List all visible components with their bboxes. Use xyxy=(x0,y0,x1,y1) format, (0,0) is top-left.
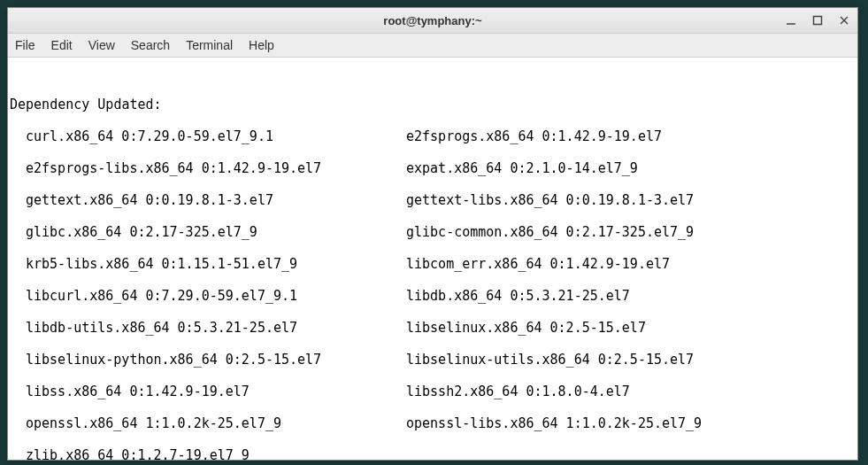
dep-right: libselinux-utils.x86_64 0:2.5-15.el7 xyxy=(406,352,694,368)
dep-right: libselinux.x86_64 0:2.5-15.el7 xyxy=(406,320,646,336)
menu-file[interactable]: File xyxy=(15,38,35,52)
dep-row: curl.x86_64 0:7.29.0-59.el7_9.1e2fsprogs… xyxy=(10,128,856,144)
dep-row: krb5-libs.x86_64 0:1.15.1-51.el7_9libcom… xyxy=(10,256,856,272)
dep-right: openssl-libs.x86_64 1:1.0.2k-25.el7_9 xyxy=(406,415,702,431)
dep-row: glibc.x86_64 0:2.17-325.el7_9glibc-commo… xyxy=(10,224,856,240)
terminal-output[interactable]: Dependency Updated: curl.x86_64 0:7.29.0… xyxy=(8,58,857,460)
menu-help[interactable]: Help xyxy=(249,38,274,52)
dep-right: glibc-common.x86_64 0:2.17-325.el7_9 xyxy=(406,224,694,240)
dep-left: krb5-libs.x86_64 0:1.15.1-51.el7_9 xyxy=(26,256,406,272)
dep-right: e2fsprogs.x86_64 0:1.42.9-19.el7 xyxy=(406,128,662,144)
dep-left: zlib.x86_64 0:1.2.7-19.el7_9 xyxy=(26,447,406,460)
dep-left: e2fsprogs-libs.x86_64 0:1.42.9-19.el7 xyxy=(26,160,406,176)
menu-edit[interactable]: Edit xyxy=(51,38,73,52)
terminal-window: root@tymphany:~ File Edit View Search Te… xyxy=(7,7,858,461)
dep-left: curl.x86_64 0:7.29.0-59.el7_9.1 xyxy=(26,128,406,144)
menu-terminal[interactable]: Terminal xyxy=(186,38,233,52)
titlebar: root@tymphany:~ xyxy=(8,8,857,34)
dep-right: libcom_err.x86_64 0:1.42.9-19.el7 xyxy=(406,256,670,272)
dep-row: libss.x86_64 0:1.42.9-19.el7libssh2.x86_… xyxy=(10,384,856,399)
dep-right: libdb.x86_64 0:5.3.21-25.el7 xyxy=(406,288,630,304)
dep-left: libselinux-python.x86_64 0:2.5-15.el7 xyxy=(26,352,406,368)
window-title: root@tymphany:~ xyxy=(383,14,481,27)
close-button[interactable] xyxy=(834,12,854,29)
window-controls xyxy=(781,8,854,33)
maximize-button[interactable] xyxy=(808,12,827,29)
output-line: Dependency Updated: xyxy=(10,97,856,112)
dep-right: gettext-libs.x86_64 0:0.19.8.1-3.el7 xyxy=(406,192,694,208)
dep-right: expat.x86_64 0:2.1.0-14.el7_9 xyxy=(406,160,638,176)
dep-row: libcurl.x86_64 0:7.29.0-59.el7_9.1libdb.… xyxy=(10,288,856,304)
dep-row: libselinux-python.x86_64 0:2.5-15.el7lib… xyxy=(10,352,856,368)
dep-left: glibc.x86_64 0:2.17-325.el7_9 xyxy=(26,224,406,240)
svg-rect-1 xyxy=(814,17,822,25)
dep-row: openssl.x86_64 1:1.0.2k-25.el7_9openssl-… xyxy=(10,415,856,431)
menubar: File Edit View Search Terminal Help xyxy=(8,34,857,58)
dep-row: zlib.x86_64 0:1.2.7-19.el7_9 xyxy=(10,447,856,460)
dep-left: libcurl.x86_64 0:7.29.0-59.el7_9.1 xyxy=(26,288,406,304)
minimize-button[interactable] xyxy=(781,12,801,29)
dep-left: openssl.x86_64 1:1.0.2k-25.el7_9 xyxy=(26,415,406,431)
menu-view[interactable]: View xyxy=(88,38,115,52)
dep-left: libdb-utils.x86_64 0:5.3.21-25.el7 xyxy=(26,320,406,336)
dep-left: gettext.x86_64 0:0.19.8.1-3.el7 xyxy=(26,192,406,208)
dep-row: e2fsprogs-libs.x86_64 0:1.42.9-19.el7exp… xyxy=(10,160,856,176)
dep-row: gettext.x86_64 0:0.19.8.1-3.el7gettext-l… xyxy=(10,192,856,208)
dep-right: libssh2.x86_64 0:1.8.0-4.el7 xyxy=(406,384,630,399)
dep-left: libss.x86_64 0:1.42.9-19.el7 xyxy=(26,384,406,399)
menu-search[interactable]: Search xyxy=(131,38,170,52)
dep-row: libdb-utils.x86_64 0:5.3.21-25.el7libsel… xyxy=(10,320,856,336)
